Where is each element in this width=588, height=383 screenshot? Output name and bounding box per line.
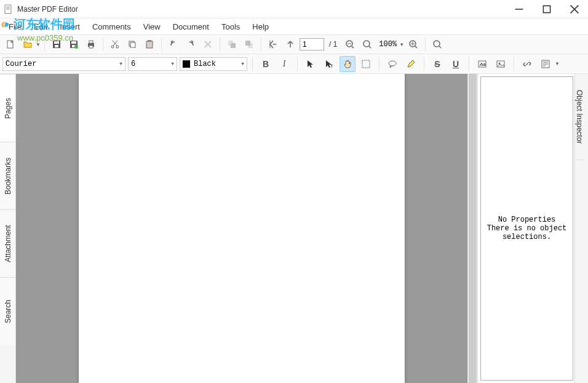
tab-attachment[interactable]: Attachment — [0, 209, 15, 277]
zoom-fit-button[interactable] — [359, 36, 375, 52]
svg-text:Aa: Aa — [479, 62, 486, 67]
hand-tool[interactable] — [340, 56, 356, 72]
link-tool[interactable] — [519, 56, 535, 72]
copy-button[interactable] — [124, 36, 140, 52]
document-viewport[interactable] — [16, 74, 467, 383]
svg-rect-19 — [89, 46, 93, 48]
svg-point-37 — [364, 41, 370, 47]
menubar: File Edit Insert Comments View Document … — [0, 18, 588, 34]
svg-point-21 — [116, 46, 119, 48]
font-color-combo[interactable]: Black▼ — [180, 57, 247, 71]
svg-rect-6 — [543, 6, 550, 12]
bring-front-button[interactable] — [224, 36, 240, 52]
zoom-out-button[interactable] — [342, 36, 358, 52]
svg-rect-25 — [130, 42, 135, 47]
first-page-button[interactable] — [265, 36, 281, 52]
form-tool[interactable] — [538, 56, 554, 72]
tab-object-inspector[interactable]: Object Inspector — [575, 74, 584, 160]
highlight-tool[interactable] — [403, 56, 419, 72]
menu-tools[interactable]: Tools — [215, 20, 246, 34]
font-size-combo[interactable]: 6▼ — [128, 57, 177, 71]
cut-button[interactable] — [107, 36, 123, 52]
scrollbar-thumb[interactable] — [469, 74, 477, 383]
form-dropdown-icon[interactable]: ▼ — [555, 61, 560, 67]
separator — [379, 57, 379, 71]
redo-button[interactable] — [183, 36, 199, 52]
separator — [220, 38, 220, 51]
svg-rect-4 — [6, 9, 10, 9]
print-button[interactable] — [83, 36, 99, 52]
inspector-empty-title: No Properties — [498, 216, 556, 224]
text-box-tool[interactable]: Aa — [474, 56, 490, 72]
menu-file[interactable]: File — [2, 20, 28, 34]
separator — [103, 38, 103, 51]
svg-line-38 — [369, 46, 371, 48]
menu-view[interactable]: View — [137, 20, 167, 34]
italic-button[interactable]: I — [276, 56, 292, 72]
format-toolbar: Courier▼ 6▼ Black▼ B I T S U Aa ▼ — [0, 54, 588, 74]
window-title: Master PDF Editor — [17, 5, 78, 14]
menu-edit[interactable]: Edit — [28, 20, 54, 34]
strikethrough-tool[interactable]: S — [429, 56, 445, 72]
svg-point-20 — [111, 46, 114, 48]
svg-point-43 — [434, 41, 440, 47]
image-tool[interactable] — [493, 56, 509, 72]
color-swatch-icon — [183, 60, 190, 68]
separator — [297, 57, 298, 71]
menu-document[interactable]: Document — [167, 20, 215, 34]
right-panel-tabs: Object Inspector — [574, 74, 588, 383]
bold-button[interactable]: B — [258, 56, 274, 72]
underline-tool[interactable]: U — [448, 56, 464, 72]
canvas-area — [16, 74, 477, 383]
tab-pages[interactable]: Pages — [0, 74, 15, 142]
svg-point-16 — [74, 45, 78, 49]
titlebar: Master PDF Editor — [0, 0, 588, 18]
watermark-url: www.pc0359.cn — [17, 33, 73, 42]
tab-search[interactable]: Search — [0, 277, 15, 345]
select-area-tool[interactable] — [358, 56, 374, 72]
minimize-button[interactable] — [505, 0, 533, 18]
left-panel-tabs: Pages Bookmarks Attachment Search — [0, 74, 16, 383]
maximize-button[interactable] — [533, 0, 560, 18]
svg-rect-18 — [89, 41, 93, 43]
paste-button[interactable] — [141, 36, 157, 52]
separator — [469, 57, 469, 71]
svg-rect-31 — [231, 43, 236, 48]
send-back-button[interactable] — [241, 36, 257, 52]
svg-line-22 — [113, 41, 117, 46]
select-tool[interactable] — [303, 56, 319, 72]
comment-tool[interactable] — [384, 56, 400, 72]
svg-point-47 — [389, 61, 396, 66]
menu-comments[interactable]: Comments — [86, 20, 137, 34]
menu-help[interactable]: Help — [246, 20, 275, 34]
pdf-page[interactable] — [79, 74, 405, 383]
prev-page-button[interactable] — [282, 36, 298, 52]
close-button[interactable] — [560, 0, 588, 18]
vertical-scrollbar[interactable] — [467, 74, 477, 383]
svg-rect-33 — [245, 41, 250, 46]
new-button[interactable] — [2, 36, 18, 52]
separator — [252, 57, 253, 71]
svg-rect-46 — [362, 60, 370, 68]
undo-button[interactable] — [165, 36, 181, 52]
zoom-dropdown-icon[interactable]: ▼ — [399, 42, 404, 47]
svg-line-35 — [352, 46, 354, 48]
inspector-empty-line2: There is no object — [487, 224, 567, 233]
svg-line-23 — [113, 41, 117, 46]
edit-text-tool[interactable]: T — [321, 56, 337, 72]
inspector-empty-line3: selections. — [503, 233, 551, 241]
app-icon — [4, 4, 14, 14]
separator — [514, 57, 514, 71]
zoom-in-button[interactable] — [405, 36, 421, 52]
menu-insert[interactable]: Insert — [54, 20, 86, 34]
svg-line-40 — [415, 46, 417, 48]
separator — [161, 38, 162, 51]
font-family-combo[interactable]: Courier▼ — [2, 57, 125, 71]
svg-rect-27 — [148, 40, 151, 42]
inspector-content: No Properties There is no object selecti… — [480, 76, 573, 381]
separator — [261, 38, 261, 51]
search-button[interactable] — [429, 36, 445, 52]
page-number-input[interactable] — [300, 38, 324, 50]
delete-button[interactable] — [200, 36, 216, 52]
tab-bookmarks[interactable]: Bookmarks — [0, 142, 15, 209]
